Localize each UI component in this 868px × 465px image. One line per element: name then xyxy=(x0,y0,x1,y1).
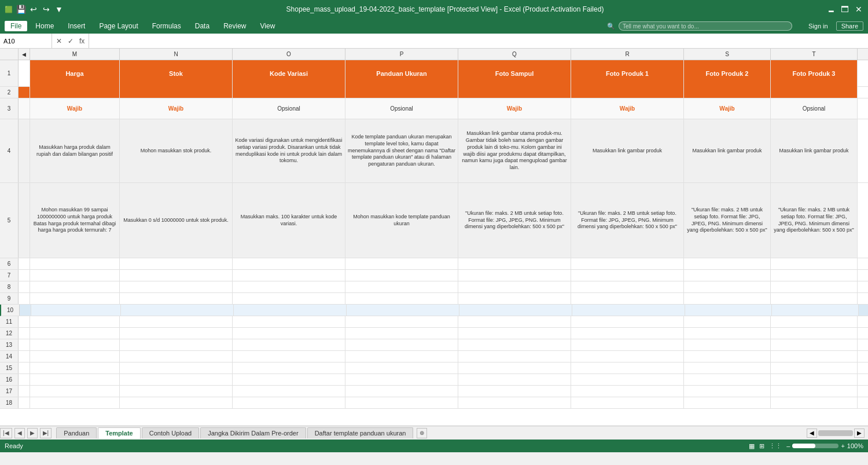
name-box[interactable]: A10 xyxy=(0,34,52,48)
cell-p2[interactable] xyxy=(345,87,458,98)
cell-m2[interactable] xyxy=(30,87,120,98)
cell-n3[interactable]: Wajib xyxy=(120,98,233,119)
cell-o1[interactable]: Kode Variasi xyxy=(233,60,345,87)
sheet-tab-preorder[interactable]: Jangka Dikirim Dalam Pre-order xyxy=(200,427,306,438)
cell-s2[interactable] xyxy=(684,87,771,98)
col-header-s[interactable]: S xyxy=(684,49,771,60)
sheet-tab-panduan[interactable]: Panduan xyxy=(56,427,97,438)
cell-t6[interactable] xyxy=(771,258,858,269)
cell-r3[interactable]: Wajib xyxy=(571,98,684,119)
cell-s6[interactable] xyxy=(684,258,771,269)
cell-s5[interactable]: "Ukuran file: maks. 2 MB untuk setiap fo… xyxy=(684,183,771,258)
scrollbar-thumb[interactable] xyxy=(818,430,853,436)
cancel-formula-btn[interactable]: ✕ xyxy=(54,37,64,45)
menu-review[interactable]: Review xyxy=(218,21,252,31)
sheet-tab-daftar[interactable]: Daftar template panduan ukuran xyxy=(307,427,414,438)
insert-function-btn[interactable]: fx xyxy=(78,37,86,45)
quick-save-btn[interactable]: 💾 xyxy=(16,5,25,14)
undo-btn[interactable]: ↩ xyxy=(29,5,38,14)
more-btn[interactable]: ▼ xyxy=(54,5,64,14)
col-header-n[interactable]: N xyxy=(120,49,233,60)
cell-p4[interactable]: Kode template panduan ukuran merupakan t… xyxy=(345,119,458,182)
cell-n6[interactable] xyxy=(120,258,233,269)
minimize-btn[interactable]: 🗕 xyxy=(826,5,836,14)
view-layout-icon[interactable]: ⊞ xyxy=(759,442,764,450)
cell-t4[interactable]: Masukkan link gambar produk xyxy=(771,119,858,182)
view-normal-icon[interactable]: ▦ xyxy=(749,442,755,450)
close-btn[interactable]: ✕ xyxy=(854,5,863,14)
menu-file[interactable]: File xyxy=(5,21,27,31)
col-header-r[interactable]: R xyxy=(571,49,684,60)
sheet-tab-contoh[interactable]: Contoh Upload xyxy=(142,427,199,438)
cell-o3[interactable]: Opsional xyxy=(233,98,345,119)
menu-data[interactable]: Data xyxy=(189,21,215,31)
cell-p1[interactable]: Panduan Ukuran xyxy=(345,60,458,87)
col-header-o[interactable]: O xyxy=(233,49,345,60)
col-header-m[interactable]: M xyxy=(30,49,120,60)
zoom-minus-btn[interactable]: – xyxy=(786,442,790,449)
view-break-icon[interactable]: ⋮⋮ xyxy=(769,442,782,450)
sheet-tab-template[interactable]: Template xyxy=(98,427,140,439)
cell-t3[interactable]: Opsional xyxy=(771,98,858,119)
cell-n1[interactable]: Stok xyxy=(120,60,233,87)
menu-page-layout[interactable]: Page Layout xyxy=(93,21,144,31)
cell-m3[interactable]: Wajib xyxy=(30,98,120,119)
zoom-slider[interactable] xyxy=(792,444,838,448)
col-header-p[interactable]: P xyxy=(345,49,458,60)
cell-q5[interactable]: "Ukuran file: maks. 2 MB untuk setiap fo… xyxy=(458,183,571,258)
search-input[interactable] xyxy=(619,21,792,31)
sign-in-btn[interactable]: Sign in xyxy=(808,23,828,30)
cell-o2[interactable] xyxy=(233,87,345,98)
cell-n5[interactable]: Masukkan 0 s/d 10000000 untuk stok produ… xyxy=(120,183,233,258)
cell-n4[interactable]: Mohon masukkan stok produk. xyxy=(120,119,233,182)
menu-view[interactable]: View xyxy=(255,21,281,31)
cell-q4[interactable]: Masukkan link gambar utama produk-mu. Ga… xyxy=(458,119,571,182)
confirm-formula-btn[interactable]: ✓ xyxy=(66,37,75,45)
menu-formulas[interactable]: Formulas xyxy=(146,21,187,31)
cell-r6[interactable] xyxy=(571,258,684,269)
col-header-t[interactable]: T xyxy=(771,49,858,60)
cell-o6[interactable] xyxy=(233,258,345,269)
tab-next-btn[interactable]: ▶ xyxy=(27,428,38,438)
cell-r4[interactable]: Masukkan link gambar produk xyxy=(571,119,684,182)
formula-input[interactable] xyxy=(89,34,868,48)
cell-m4[interactable]: Masukkan harga produk dalam rupiah dan d… xyxy=(30,119,120,182)
cell-t1[interactable]: Foto Produk 3 xyxy=(771,60,858,87)
cell-t2[interactable] xyxy=(771,87,858,98)
cell-o4[interactable]: Kode variasi digunakan untuk mengidentif… xyxy=(233,119,345,182)
cell-p5[interactable]: Mohon masukkan kode template panduan uku… xyxy=(345,183,458,258)
cell-s1[interactable]: Foto Produk 2 xyxy=(684,60,771,87)
cell-q1[interactable]: Foto Sampul xyxy=(458,60,571,87)
cell-s4[interactable]: Masukkan link gambar produk xyxy=(684,119,771,182)
tab-last-btn[interactable]: ▶| xyxy=(40,428,52,438)
cell-q3[interactable]: Wajib xyxy=(458,98,571,119)
cell-r5[interactable]: "Ukuran file: maks. 2 MB untuk setiap fo… xyxy=(571,183,684,258)
restore-btn[interactable]: 🗖 xyxy=(840,5,849,14)
cell-q6[interactable] xyxy=(458,258,571,269)
menu-insert[interactable]: Insert xyxy=(62,21,91,31)
tab-prev-btn[interactable]: ◀ xyxy=(14,428,25,438)
cell-t5[interactable]: "Ukuran file: maks. 2 MB untuk setiap fo… xyxy=(771,183,858,258)
add-sheet-btn[interactable]: ⊕ xyxy=(417,428,427,438)
cell-p6[interactable] xyxy=(345,258,458,269)
cell-q2[interactable] xyxy=(458,87,571,98)
zoom-plus-btn[interactable]: + xyxy=(841,442,844,449)
cell-m6[interactable] xyxy=(30,258,120,269)
zoom-control[interactable]: – + 100% xyxy=(786,442,863,449)
cell-r2[interactable] xyxy=(571,87,684,98)
cell-m5[interactable]: Mohon masukkan 99 sampai 1000000000 untu… xyxy=(30,183,120,258)
menu-home[interactable]: Home xyxy=(30,21,60,31)
cell-o5[interactable]: Masukkan maks. 100 karakter untuk kode v… xyxy=(233,183,345,258)
cell-r1[interactable]: Foto Produk 1 xyxy=(571,60,684,87)
h-scrollbar[interactable]: ◀ ▶ xyxy=(807,429,868,438)
share-btn[interactable]: Share xyxy=(836,21,863,31)
cell-p3[interactable]: Opsional xyxy=(345,98,458,119)
redo-btn[interactable]: ↪ xyxy=(42,5,51,14)
cell-s3[interactable]: Wajib xyxy=(684,98,771,119)
cell-n2[interactable] xyxy=(120,87,233,98)
scroll-right-btn[interactable]: ▶ xyxy=(854,429,865,438)
cell-m7[interactable] xyxy=(30,270,120,281)
cell-m1[interactable]: Harga xyxy=(30,60,120,87)
scroll-left-btn[interactable]: ◀ xyxy=(807,429,817,438)
tab-first-btn[interactable]: |◀ xyxy=(0,428,12,438)
